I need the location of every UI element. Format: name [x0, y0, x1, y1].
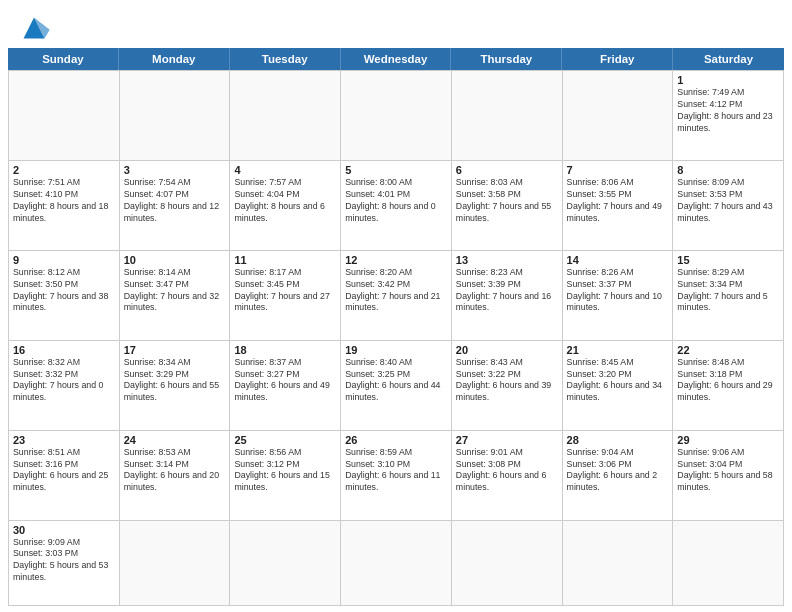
calendar-header: SundayMondayTuesdayWednesdayThursdayFrid…: [8, 48, 784, 70]
day-number: 28: [567, 434, 669, 446]
calendar-cell: 2Sunrise: 7:51 AM Sunset: 4:10 PM Daylig…: [9, 161, 120, 251]
cal-header-day: Wednesday: [341, 48, 452, 70]
day-info: Sunrise: 8:32 AM Sunset: 3:32 PM Dayligh…: [13, 357, 115, 405]
day-info: Sunrise: 8:53 AM Sunset: 3:14 PM Dayligh…: [124, 447, 226, 495]
calendar-cell: [341, 71, 452, 161]
cal-header-day: Friday: [562, 48, 673, 70]
day-number: 29: [677, 434, 779, 446]
calendar-cell: 12Sunrise: 8:20 AM Sunset: 3:42 PM Dayli…: [341, 251, 452, 341]
day-number: 1: [677, 74, 779, 86]
day-info: Sunrise: 8:09 AM Sunset: 3:53 PM Dayligh…: [677, 177, 779, 225]
calendar-cell: 7Sunrise: 8:06 AM Sunset: 3:55 PM Daylig…: [563, 161, 674, 251]
logo-icon: [16, 14, 52, 42]
day-info: Sunrise: 9:06 AM Sunset: 3:04 PM Dayligh…: [677, 447, 779, 495]
day-info: Sunrise: 9:01 AM Sunset: 3:08 PM Dayligh…: [456, 447, 558, 495]
day-number: 18: [234, 344, 336, 356]
day-info: Sunrise: 8:29 AM Sunset: 3:34 PM Dayligh…: [677, 267, 779, 315]
calendar-cell: [452, 521, 563, 606]
calendar-cell: 10Sunrise: 8:14 AM Sunset: 3:47 PM Dayli…: [120, 251, 231, 341]
cal-header-day: Thursday: [451, 48, 562, 70]
calendar-cell: 24Sunrise: 8:53 AM Sunset: 3:14 PM Dayli…: [120, 431, 231, 521]
calendar-cell: 14Sunrise: 8:26 AM Sunset: 3:37 PM Dayli…: [563, 251, 674, 341]
day-info: Sunrise: 8:40 AM Sunset: 3:25 PM Dayligh…: [345, 357, 447, 405]
day-info: Sunrise: 8:06 AM Sunset: 3:55 PM Dayligh…: [567, 177, 669, 225]
day-info: Sunrise: 8:48 AM Sunset: 3:18 PM Dayligh…: [677, 357, 779, 405]
header: [0, 0, 792, 48]
day-number: 23: [13, 434, 115, 446]
calendar-cell: 17Sunrise: 8:34 AM Sunset: 3:29 PM Dayli…: [120, 341, 231, 431]
calendar-cell: [120, 521, 231, 606]
day-number: 2: [13, 164, 115, 176]
calendar-cell: [230, 521, 341, 606]
day-number: 13: [456, 254, 558, 266]
calendar-cell: 22Sunrise: 8:48 AM Sunset: 3:18 PM Dayli…: [673, 341, 784, 431]
day-info: Sunrise: 7:51 AM Sunset: 4:10 PM Dayligh…: [13, 177, 115, 225]
calendar-cell: 8Sunrise: 8:09 AM Sunset: 3:53 PM Daylig…: [673, 161, 784, 251]
day-info: Sunrise: 7:57 AM Sunset: 4:04 PM Dayligh…: [234, 177, 336, 225]
day-info: Sunrise: 8:34 AM Sunset: 3:29 PM Dayligh…: [124, 357, 226, 405]
day-info: Sunrise: 8:17 AM Sunset: 3:45 PM Dayligh…: [234, 267, 336, 315]
day-info: Sunrise: 8:26 AM Sunset: 3:37 PM Dayligh…: [567, 267, 669, 315]
day-info: Sunrise: 8:51 AM Sunset: 3:16 PM Dayligh…: [13, 447, 115, 495]
calendar-cell: 5Sunrise: 8:00 AM Sunset: 4:01 PM Daylig…: [341, 161, 452, 251]
calendar-cell: 20Sunrise: 8:43 AM Sunset: 3:22 PM Dayli…: [452, 341, 563, 431]
day-number: 26: [345, 434, 447, 446]
cal-header-day: Sunday: [8, 48, 119, 70]
day-info: Sunrise: 8:12 AM Sunset: 3:50 PM Dayligh…: [13, 267, 115, 315]
day-info: Sunrise: 7:54 AM Sunset: 4:07 PM Dayligh…: [124, 177, 226, 225]
day-info: Sunrise: 8:23 AM Sunset: 3:39 PM Dayligh…: [456, 267, 558, 315]
day-info: Sunrise: 8:37 AM Sunset: 3:27 PM Dayligh…: [234, 357, 336, 405]
day-number: 20: [456, 344, 558, 356]
calendar-cell: 26Sunrise: 8:59 AM Sunset: 3:10 PM Dayli…: [341, 431, 452, 521]
day-info: Sunrise: 8:45 AM Sunset: 3:20 PM Dayligh…: [567, 357, 669, 405]
calendar: SundayMondayTuesdayWednesdayThursdayFrid…: [0, 48, 792, 612]
cal-header-day: Monday: [119, 48, 230, 70]
calendar-cell: [9, 71, 120, 161]
calendar-cell: 1Sunrise: 7:49 AM Sunset: 4:12 PM Daylig…: [673, 71, 784, 161]
day-info: Sunrise: 8:20 AM Sunset: 3:42 PM Dayligh…: [345, 267, 447, 315]
day-number: 19: [345, 344, 447, 356]
calendar-cell: 9Sunrise: 8:12 AM Sunset: 3:50 PM Daylig…: [9, 251, 120, 341]
day-number: 5: [345, 164, 447, 176]
calendar-cell: 4Sunrise: 7:57 AM Sunset: 4:04 PM Daylig…: [230, 161, 341, 251]
calendar-cell: 19Sunrise: 8:40 AM Sunset: 3:25 PM Dayli…: [341, 341, 452, 431]
day-number: 27: [456, 434, 558, 446]
calendar-cell: 23Sunrise: 8:51 AM Sunset: 3:16 PM Dayli…: [9, 431, 120, 521]
day-number: 17: [124, 344, 226, 356]
day-number: 21: [567, 344, 669, 356]
calendar-cell: [230, 71, 341, 161]
calendar-cell: 21Sunrise: 8:45 AM Sunset: 3:20 PM Dayli…: [563, 341, 674, 431]
calendar-cell: 29Sunrise: 9:06 AM Sunset: 3:04 PM Dayli…: [673, 431, 784, 521]
day-number: 6: [456, 164, 558, 176]
logo: [16, 14, 56, 42]
calendar-cell: 13Sunrise: 8:23 AM Sunset: 3:39 PM Dayli…: [452, 251, 563, 341]
page: SundayMondayTuesdayWednesdayThursdayFrid…: [0, 0, 792, 612]
day-info: Sunrise: 8:43 AM Sunset: 3:22 PM Dayligh…: [456, 357, 558, 405]
day-number: 4: [234, 164, 336, 176]
day-number: 22: [677, 344, 779, 356]
calendar-cell: 16Sunrise: 8:32 AM Sunset: 3:32 PM Dayli…: [9, 341, 120, 431]
calendar-cell: [673, 521, 784, 606]
day-info: Sunrise: 8:14 AM Sunset: 3:47 PM Dayligh…: [124, 267, 226, 315]
day-number: 25: [234, 434, 336, 446]
calendar-cell: [563, 71, 674, 161]
day-info: Sunrise: 8:59 AM Sunset: 3:10 PM Dayligh…: [345, 447, 447, 495]
day-number: 15: [677, 254, 779, 266]
day-number: 9: [13, 254, 115, 266]
day-number: 16: [13, 344, 115, 356]
calendar-cell: 15Sunrise: 8:29 AM Sunset: 3:34 PM Dayli…: [673, 251, 784, 341]
day-number: 24: [124, 434, 226, 446]
day-number: 10: [124, 254, 226, 266]
calendar-grid: 1Sunrise: 7:49 AM Sunset: 4:12 PM Daylig…: [8, 70, 784, 606]
calendar-cell: [341, 521, 452, 606]
day-info: Sunrise: 8:56 AM Sunset: 3:12 PM Dayligh…: [234, 447, 336, 495]
day-number: 8: [677, 164, 779, 176]
day-number: 7: [567, 164, 669, 176]
calendar-cell: 11Sunrise: 8:17 AM Sunset: 3:45 PM Dayli…: [230, 251, 341, 341]
calendar-cell: 3Sunrise: 7:54 AM Sunset: 4:07 PM Daylig…: [120, 161, 231, 251]
cal-header-day: Saturday: [673, 48, 784, 70]
day-info: Sunrise: 8:03 AM Sunset: 3:58 PM Dayligh…: [456, 177, 558, 225]
calendar-cell: 25Sunrise: 8:56 AM Sunset: 3:12 PM Dayli…: [230, 431, 341, 521]
calendar-cell: 18Sunrise: 8:37 AM Sunset: 3:27 PM Dayli…: [230, 341, 341, 431]
calendar-cell: [452, 71, 563, 161]
